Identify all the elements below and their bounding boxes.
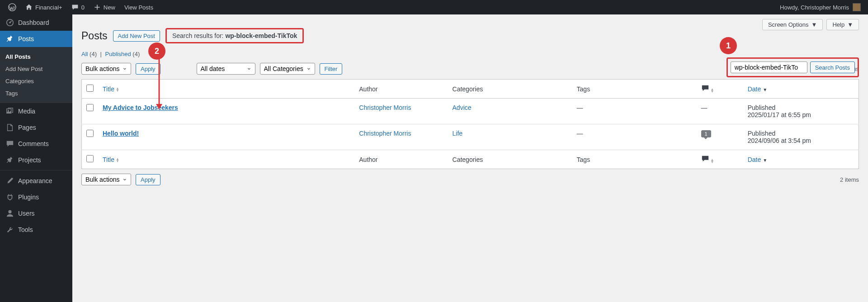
column-date[interactable]: Date bbox=[748, 85, 761, 93]
filter-all[interactable]: All bbox=[81, 51, 88, 57]
sort-desc-icon: ▼ bbox=[763, 158, 767, 163]
wrench-icon bbox=[5, 225, 14, 234]
column-date-foot[interactable]: Date bbox=[748, 156, 761, 163]
add-new-post-button[interactable]: Add New Post bbox=[113, 30, 160, 42]
comments-count: 0 bbox=[81, 4, 85, 11]
menu-appearance[interactable]: Appearance bbox=[0, 173, 72, 189]
pin-icon bbox=[5, 34, 14, 43]
category-link[interactable]: Life bbox=[453, 130, 463, 137]
content-area: Screen Options ▼ Help ▼ Posts Add New Po… bbox=[72, 14, 868, 302]
status-filters: All (4) | Published (4) bbox=[81, 51, 859, 57]
view-posts-link[interactable]: View Posts bbox=[120, 0, 158, 14]
author-link[interactable]: Christopher Morris bbox=[359, 104, 411, 111]
comment-column-icon bbox=[701, 155, 709, 163]
menu-pages[interactable]: Pages bbox=[0, 119, 72, 136]
new-link[interactable]: New bbox=[89, 0, 120, 14]
svg-point-5 bbox=[8, 210, 11, 213]
admin-bar: Financial+ 0 New View Posts Howdy, Chris… bbox=[0, 0, 868, 14]
menu-tools[interactable]: Tools bbox=[0, 222, 72, 238]
dashboard-icon bbox=[5, 18, 14, 27]
items-count-bottom: 2 items bbox=[840, 176, 859, 183]
account-link[interactable]: Howdy, Christopher Morris bbox=[780, 3, 864, 11]
category-filter-select[interactable]: All Categories bbox=[260, 63, 315, 75]
comments-link[interactable]: 0 bbox=[67, 0, 89, 14]
chevron-down-icon: ▼ bbox=[847, 21, 853, 28]
table-row: My Advice to Jobseekers Christopher Morr… bbox=[82, 99, 859, 124]
menu-media[interactable]: Media bbox=[0, 103, 72, 119]
category-link[interactable]: Advice bbox=[453, 104, 472, 111]
page-title: Posts bbox=[81, 30, 108, 42]
date-cell: Published2025/01/17 at 6:55 pm bbox=[743, 99, 859, 124]
column-categories: Categories bbox=[448, 80, 572, 99]
annotation-circle-1: 1 bbox=[720, 37, 737, 54]
submenu-all-posts[interactable]: All Posts bbox=[0, 51, 72, 63]
brush-icon bbox=[5, 176, 14, 185]
bulk-actions-select-bottom[interactable]: Bulk actions bbox=[81, 174, 131, 185]
page-icon bbox=[5, 123, 14, 132]
comment-count-badge[interactable]: 1 bbox=[701, 130, 711, 137]
post-title-link[interactable]: Hello world! bbox=[103, 130, 139, 137]
home-icon bbox=[25, 4, 33, 11]
row-checkbox[interactable] bbox=[86, 130, 94, 137]
submenu-posts: All Posts Add New Post Categories Tags bbox=[0, 47, 72, 103]
apply-button-bottom[interactable]: Apply bbox=[136, 174, 160, 185]
column-tags: Tags bbox=[572, 80, 697, 99]
screen-options-button[interactable]: Screen Options ▼ bbox=[762, 19, 823, 30]
menu-posts[interactable]: Posts bbox=[0, 31, 72, 47]
menu-comments[interactable]: Comments bbox=[0, 136, 72, 152]
annotation-circle-2: 2 bbox=[148, 42, 165, 60]
sort-icon: ▲▼ bbox=[116, 158, 119, 162]
svg-marker-7 bbox=[156, 104, 162, 109]
search-results-label: Search results for: wp-block-embed-TikTo… bbox=[165, 28, 304, 43]
select-all-checkbox-bottom[interactable] bbox=[86, 155, 94, 162]
author-link[interactable]: Christopher Morris bbox=[359, 130, 411, 137]
svg-point-2 bbox=[9, 22, 11, 24]
admin-sidebar: Dashboard Posts All Posts Add New Post C… bbox=[0, 14, 72, 302]
bulk-actions-select[interactable]: Bulk actions bbox=[81, 63, 131, 75]
tags-cell: — bbox=[572, 124, 697, 150]
menu-users[interactable]: Users bbox=[0, 205, 72, 222]
submenu-add-new[interactable]: Add New Post bbox=[0, 63, 72, 75]
search-box: Search Posts bbox=[726, 57, 859, 77]
menu-projects[interactable]: Projects bbox=[0, 152, 72, 168]
help-button[interactable]: Help ▼ bbox=[826, 19, 859, 30]
menu-plugins[interactable]: Plugins bbox=[0, 189, 72, 205]
search-input[interactable] bbox=[731, 61, 807, 73]
chevron-down-icon: ▼ bbox=[811, 21, 817, 28]
posts-table: Title▲▼ Author Categories Tags ▲▼ Date ▼… bbox=[81, 79, 859, 169]
sort-desc-icon: ▼ bbox=[763, 87, 767, 92]
row-checkbox[interactable] bbox=[86, 104, 94, 111]
search-posts-button[interactable]: Search Posts bbox=[810, 61, 855, 73]
select-all-checkbox-top[interactable] bbox=[86, 85, 94, 92]
date-filter-select[interactable]: All dates bbox=[197, 63, 255, 75]
menu-dashboard[interactable]: Dashboard bbox=[0, 14, 72, 31]
menu-separator bbox=[0, 168, 72, 170]
no-comments: — bbox=[701, 104, 708, 111]
post-title-link[interactable]: My Advice to Jobseekers bbox=[103, 104, 178, 111]
site-link[interactable]: Financial+ bbox=[21, 0, 67, 14]
column-title[interactable]: Title bbox=[103, 85, 114, 93]
sort-icon: ▲▼ bbox=[711, 88, 714, 93]
filter-button[interactable]: Filter bbox=[320, 63, 343, 75]
site-name: Financial+ bbox=[35, 4, 62, 11]
column-categories-foot: Categories bbox=[448, 150, 572, 169]
column-title-foot[interactable]: Title bbox=[103, 156, 114, 163]
annotation-arrow bbox=[156, 59, 165, 111]
sort-icon: ▲▼ bbox=[116, 87, 119, 92]
column-author: Author bbox=[354, 80, 448, 99]
submenu-categories[interactable]: Categories bbox=[0, 75, 72, 87]
new-label: New bbox=[104, 4, 115, 11]
comment-icon bbox=[71, 4, 79, 11]
column-author-foot: Author bbox=[354, 150, 448, 169]
wp-logo[interactable] bbox=[4, 0, 21, 14]
date-cell: Published2024/09/06 at 3:54 pm bbox=[743, 124, 859, 150]
avatar bbox=[853, 3, 861, 11]
submenu-tags[interactable]: Tags bbox=[0, 87, 72, 99]
media-icon bbox=[5, 107, 14, 116]
comment-icon bbox=[5, 139, 14, 148]
comment-column-icon bbox=[701, 84, 709, 92]
howdy-text: Howdy, Christopher Morris bbox=[780, 4, 849, 11]
tags-cell: — bbox=[572, 99, 697, 124]
filter-published[interactable]: Published bbox=[105, 51, 131, 57]
plug-icon bbox=[5, 193, 14, 202]
